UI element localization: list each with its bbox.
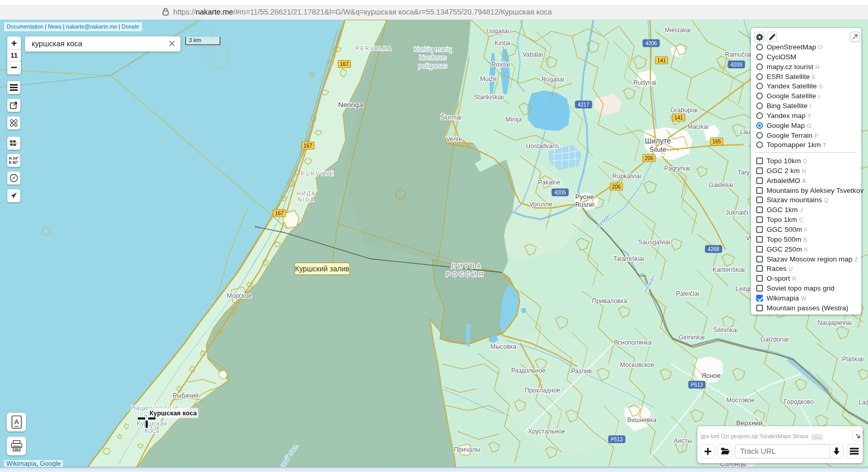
svg-text:P513: P513 bbox=[611, 437, 623, 442]
svg-text:Lazd: Lazd bbox=[859, 399, 868, 406]
svg-text:Vabalai: Vabalai bbox=[522, 51, 542, 58]
svg-text:Русне: Русне bbox=[575, 193, 594, 201]
svg-text:Naujapieviai: Naujapieviai bbox=[818, 319, 851, 326]
svg-text:Miestaliai: Miestaliai bbox=[665, 27, 691, 34]
svg-text:Rudynai: Rudynai bbox=[633, 79, 656, 86]
svg-text:Куршская коса: Куршская коса bbox=[149, 410, 197, 417]
svg-text:Uostadvaris: Uostadvaris bbox=[526, 142, 559, 150]
svg-text:4209: 4209 bbox=[731, 62, 743, 68]
svg-text:Šilutė: Šilutė bbox=[650, 146, 667, 153]
svg-text:PERVALKA: PERVALKA bbox=[356, 45, 392, 51]
svg-text:Ventė: Ventė bbox=[446, 136, 462, 143]
svg-text:НИДА: НИДА bbox=[296, 190, 316, 196]
svg-text:Sausgalviai: Sausgalviai bbox=[638, 239, 670, 246]
svg-text:biosferos: biosferos bbox=[419, 54, 447, 61]
svg-text:206: 206 bbox=[612, 184, 621, 190]
svg-text:Šiurmai: Šiurmai bbox=[441, 113, 462, 121]
svg-text:A: A bbox=[14, 418, 19, 426]
svg-text:Tary: Tary bbox=[738, 169, 750, 176]
svg-text:Раздольное: Раздольное bbox=[511, 367, 546, 374]
svg-text:Ramučiai: Ramučiai bbox=[725, 51, 751, 58]
svg-text:Прохладное: Прохладное bbox=[525, 387, 561, 394]
svg-text:Мостовое: Мостовое bbox=[727, 397, 755, 404]
svg-text:Minija: Minija bbox=[506, 116, 522, 123]
svg-text:Верхний: Верхний bbox=[736, 419, 762, 427]
svg-text:Macikai: Macikai bbox=[688, 123, 709, 130]
svg-text:Куршская: Куршская bbox=[137, 419, 167, 427]
svg-text:141: 141 bbox=[657, 58, 666, 63]
svg-text:167: 167 bbox=[304, 143, 313, 149]
svg-text:Plaškiai: Plaškiai bbox=[842, 356, 863, 363]
svg-text:Морское: Морское bbox=[227, 292, 252, 299]
svg-text:ЛИТВА: ЛИТВА bbox=[451, 263, 483, 270]
svg-text:Uogaliai: Uogaliai bbox=[486, 28, 509, 35]
svg-text:P513: P513 bbox=[691, 382, 703, 388]
svg-text:Rusnė: Rusnė bbox=[575, 201, 594, 208]
svg-text:Приваловка: Приваловка bbox=[592, 297, 627, 305]
svg-text:Stankiškiai: Stankiškiai bbox=[474, 94, 503, 101]
svg-text:Rūgaliai: Rūgaliai bbox=[541, 76, 564, 83]
svg-text:4205: 4205 bbox=[554, 190, 566, 195]
svg-text:Rupkalviai: Rupkalviai bbox=[612, 173, 641, 180]
svg-text:167: 167 bbox=[275, 211, 284, 216]
svg-text:Kuršių marių: Kuršių marių bbox=[414, 45, 452, 53]
svg-text:165: 165 bbox=[712, 139, 721, 145]
svg-text:Šilininkai: Šilininkai bbox=[713, 326, 737, 334]
svg-text:141: 141 bbox=[675, 115, 683, 121]
svg-text:Pakalnė: Pakalnė bbox=[538, 179, 561, 186]
svg-text:Tatamiškiai: Tatamiškiai bbox=[613, 255, 644, 263]
svg-text:Шилуте: Шилуте bbox=[645, 137, 671, 145]
svg-text:206: 206 bbox=[645, 155, 654, 161]
svg-text:Povilai: Povilai bbox=[491, 61, 510, 68]
svg-text:Neringa: Neringa bbox=[338, 101, 363, 109]
svg-text:4217: 4217 bbox=[578, 102, 590, 108]
svg-text:Kintai: Kintai bbox=[495, 40, 510, 47]
svg-text:Рыбачий: Рыбачий bbox=[173, 392, 198, 399]
svg-text:Paleičiai: Paleičiai bbox=[676, 290, 699, 297]
svg-text:Grabupiai: Grabupiai bbox=[670, 107, 697, 114]
svg-text:Мысовка: Мысовка bbox=[490, 343, 516, 350]
svg-text:Городково: Городково bbox=[784, 398, 814, 405]
svg-text:Хрустальное: Хрустальное bbox=[528, 428, 565, 435]
svg-text:Galzdonai: Galzdonai bbox=[760, 336, 788, 343]
svg-text:Juknaiči: Juknaiči bbox=[726, 209, 748, 216]
svg-text:Яснополянка: Яснополянка bbox=[613, 339, 652, 346]
svg-text:167: 167 bbox=[340, 61, 349, 67]
svg-text:NIDA: NIDA bbox=[297, 196, 315, 203]
svg-text:Московское: Московское bbox=[620, 361, 654, 369]
svg-text:Gaideliai: Gaideliai bbox=[709, 181, 733, 189]
svg-text:Muižė: Muižė bbox=[480, 75, 497, 83]
svg-text:4206: 4206 bbox=[645, 41, 657, 46]
svg-text:4268: 4268 bbox=[708, 246, 720, 252]
svg-text:Vorusnė: Vorusnė bbox=[529, 201, 552, 208]
svg-text:Аисты: Аисты bbox=[674, 437, 692, 444]
svg-text:PURVYNĖ: PURVYNĖ bbox=[301, 171, 335, 177]
svg-text:Girininkai: Girininkai bbox=[679, 334, 705, 341]
svg-text:Вишневка: Вишневка bbox=[627, 416, 657, 424]
svg-text:Разлив: Разлив bbox=[571, 368, 592, 375]
svg-text:Коса: Коса bbox=[145, 427, 160, 435]
svg-text:РОССИЯ: РОССИЯ bbox=[446, 271, 485, 278]
svg-text:Pagryniai: Pagryniai bbox=[664, 165, 690, 172]
svg-text:poligonas: poligonas bbox=[418, 62, 447, 70]
svg-text:Причалы: Причалы bbox=[454, 446, 481, 453]
svg-text:Lau: Lau bbox=[740, 128, 750, 136]
svg-text:Kanteriškiai: Kanteriškiai bbox=[712, 266, 745, 273]
svg-text:Ясное: Ясное bbox=[701, 372, 721, 379]
